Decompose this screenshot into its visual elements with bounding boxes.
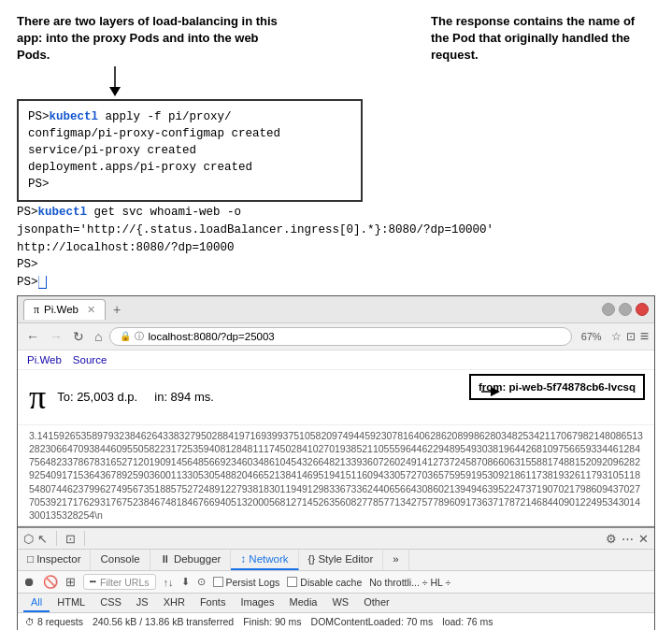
search-icon[interactable]: ⊞ [65,575,76,589]
more-tools-icon[interactable]: ⋯ [622,532,634,546]
tab-icon: π [34,303,39,317]
record-icon[interactable]: ⏺ [23,575,36,589]
zoom-level: 67% [577,331,607,342]
circle-icon: ⓘ [135,330,144,343]
persist-checkbox[interactable] [213,577,223,587]
filter-input[interactable]: ┅ Filter URLs [83,574,156,590]
network-type-bar: All HTML CSS JS XHR Fonts Images Media W… [18,594,654,613]
pi-in: in: 894 ms. [154,390,214,404]
separator2 [84,531,85,546]
piweb-link[interactable]: Pi.Web [27,354,62,365]
type-xhr[interactable]: XHR [156,594,193,612]
forward-button[interactable]: → [47,328,65,345]
type-html[interactable]: HTML [50,594,93,612]
tab-close-icon[interactable]: ✕ [87,304,95,316]
home-button[interactable]: ⌂ [92,328,105,345]
disable-cache-toggle[interactable]: Disable cache [287,577,362,588]
clear-icon[interactable]: 🚫 [43,575,58,589]
bookmarks-icon[interactable]: ⊡ [626,330,636,343]
settings-icon[interactable]: ⚙ [606,532,617,546]
size-info: 240.56 kB / 13.86 kB transferred [93,616,234,627]
browser-tab[interactable]: π Pi.Web ✕ [23,299,106,320]
type-other[interactable]: Other [356,594,397,612]
tab-console[interactable]: Console [91,550,150,570]
style-icon: {} [308,553,316,565]
type-all[interactable]: All [23,594,50,612]
page-nav: Pi.Web Source [18,351,654,370]
pi-digits: 3.14159265358979323846264338327950288419… [18,425,654,526]
lock-icon: 🔒 [120,331,131,341]
persist-log-toggle[interactable]: Persist Logs [213,577,280,588]
network-summary: ⏱ 8 requests 240.56 kB / 13.86 kB transf… [18,613,654,630]
new-tab-button[interactable]: + [106,299,128,320]
pi-symbol: π [29,378,46,417]
tab-debugger[interactable]: ⏸ Debugger [150,550,232,570]
type-css[interactable]: CSS [93,594,129,612]
pi-to: To: 25,003 d.p. [57,390,137,404]
menu-button[interactable]: ≡ [640,328,649,345]
tab-label: Pi.Web [44,304,79,315]
svg-marker-3 [491,387,500,396]
right-spacer [363,99,655,203]
address-bar[interactable]: 🔒 ⓘ localhost:8080/?dp=25003 [109,327,571,346]
dom-loaded: DOMContentLoaded: 70 ms [311,616,434,627]
import-icon[interactable]: ↑↓ [164,577,174,588]
finish-time: Finish: 90 ms [243,616,301,627]
toolbar-icons: ☆ ⊡ [611,330,636,343]
source-link[interactable]: Source [73,354,107,365]
tab-inspector[interactable]: □ Inspector [18,550,91,570]
minimize-button[interactable] [602,303,615,316]
disable-cache-checkbox[interactable] [287,577,297,587]
devtools-toolbar: ⬡ ↖ ⊡ ⚙ ⋯ ✕ [18,528,654,550]
callout-arrow [481,385,500,401]
type-js[interactable]: JS [129,594,156,612]
download-icon[interactable]: ⬇ [181,576,190,588]
browser-content: Pi.Web Source π To: 25,003 d.p. in: 894 … [18,351,654,630]
devtools-tabs: □ Inspector Console ⏸ Debugger ↕ Network… [18,550,654,571]
pick-element-icon[interactable]: ↖ [37,532,48,546]
inspector-icon[interactable]: ⬡ [23,532,34,546]
tab-network[interactable]: ↕ Network [231,550,298,570]
bookmark-icon[interactable]: ☆ [611,330,622,343]
browser-toolbar: ← → ↻ ⌂ 🔒 ⓘ localhost:8080/?dp=25003 67%… [18,323,654,351]
browser-window: π Pi.Web ✕ + ← → ↻ ⌂ 🔒 ⓘ localhost:8080/… [17,295,655,630]
timer-icon: ⏱ [25,617,35,627]
terminal-box: PS>kubectl apply -f pi/proxy/ configmap/… [17,99,363,203]
separator [56,531,57,546]
url-text[interactable]: localhost:8080/?dp=25003 [148,331,274,342]
window-controls [602,303,649,316]
browser-titlebar: π Pi.Web ✕ + [18,296,654,323]
request-count: ⏱ 8 requests [25,616,83,627]
pi-digits-text: 3.14159265358979323846264338327950288419… [29,430,643,521]
maximize-button[interactable] [619,303,632,316]
type-images[interactable]: Images [233,594,281,612]
pi-description: To: 25,003 d.p. in: 894 ms. [57,390,214,404]
terminal-section: PS>kubectl apply -f pi/proxy/ configmap/… [0,99,672,203]
callout-from: from: pi-web-5f74878cb6-lvcsq [479,381,636,393]
devtools-icons: ⬡ ↖ [23,532,48,546]
tab-style-editor[interactable]: {} Style Editor [299,550,384,570]
inspector-icon2: □ [27,553,34,565]
type-fonts[interactable]: Fonts [193,594,234,612]
refresh-button[interactable]: ↻ [70,328,87,345]
network-toolbar: ⏺ 🚫 ⊞ ┅ Filter URLs ↑↓ ⬇ ⊙ Persist Logs … [18,571,654,594]
close-button[interactable] [636,303,649,316]
devtools-right-icons: ⚙ ⋯ ✕ [606,532,649,546]
back-button[interactable]: ← [23,328,42,345]
load-time: load: 76 ms [442,616,493,627]
filter2-icon[interactable]: ⊙ [197,576,206,588]
console-icon[interactable]: ⊡ [65,532,76,546]
tab-more[interactable]: » [383,550,408,570]
throttle-select[interactable]: No throttli... ÷ HL ÷ [369,577,450,588]
arrow-left-down [106,66,124,99]
pi-content: π To: 25,003 d.p. in: 894 ms. from: pi-w… [18,370,654,425]
devtools-close-icon[interactable]: ✕ [638,532,649,546]
annotation-left: There are two layers of load-balancing i… [17,13,279,64]
tab-area: π Pi.Web ✕ + [23,299,598,320]
filter-icon: ┅ [90,576,96,588]
svg-marker-1 [109,87,121,96]
devtools-panel: ⬡ ↖ ⊡ ⚙ ⋯ ✕ □ Inspector Cons [18,526,654,630]
type-ws[interactable]: WS [324,594,356,612]
type-media[interactable]: Media [281,594,324,612]
debugger-icon: ⏸ [160,553,171,565]
